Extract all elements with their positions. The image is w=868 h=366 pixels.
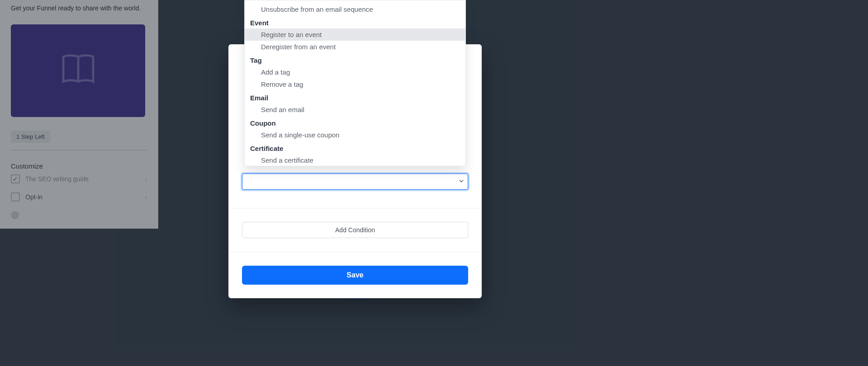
save-button[interactable]: Save — [242, 266, 468, 285]
dropdown-group-label: Tag — [245, 53, 465, 66]
dropdown-item[interactable]: Unsubscribe from an email sequence — [245, 3, 465, 15]
dropdown-item[interactable]: Deregister from an event — [245, 41, 465, 53]
action-select-input[interactable] — [242, 174, 468, 190]
dropdown-item[interactable]: Register to an event — [245, 28, 465, 41]
dropdown-group-label: Email — [245, 90, 465, 103]
add-condition-button[interactable]: Add Condition — [242, 222, 468, 238]
dropdown-item[interactable]: Send an email — [245, 103, 465, 116]
dropdown-group-label: Event — [245, 15, 465, 28]
action-dropdown: Unsubscribe from an email sequenceEventR… — [244, 0, 466, 166]
dropdown-item[interactable]: Add a tag — [245, 66, 465, 78]
modal-divider-2 — [228, 252, 482, 252]
dropdown-item[interactable]: Send a certificate — [245, 154, 465, 166]
dropdown-item[interactable]: Remove a tag — [245, 78, 465, 90]
dropdown-item[interactable]: Send a single-use coupon — [245, 129, 465, 141]
modal-divider-1 — [228, 208, 482, 208]
action-select-wrapper — [242, 174, 468, 190]
dropdown-group-label: Certificate — [245, 141, 465, 154]
dropdown-group-label: Coupon — [245, 116, 465, 129]
